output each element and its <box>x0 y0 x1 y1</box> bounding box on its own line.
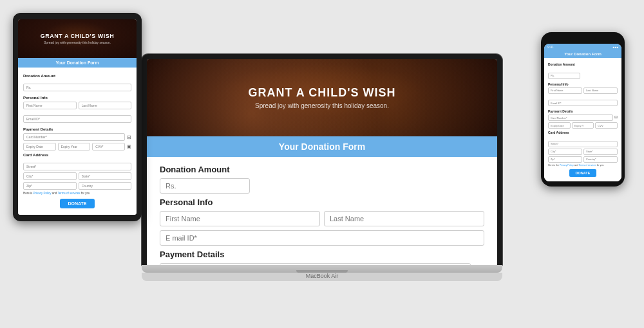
tablet-email[interactable] <box>23 115 131 123</box>
phone-time: 9:41 <box>547 45 554 49</box>
laptop-screen-outer: GRANT A CHILD'S WISH Spread joy with gen… <box>142 54 502 265</box>
tablet-last-name[interactable] <box>79 102 132 109</box>
phone-privacy-link[interactable]: Privacy Policy <box>560 164 574 167</box>
scene: GRANT A CHILD'S WISH Spread joy with gen… <box>0 0 644 328</box>
tablet-payment-label: Payment Details <box>23 127 131 131</box>
tablet-form-header: Your Donation Form <box>18 58 137 68</box>
tablet-first-name[interactable] <box>23 102 77 109</box>
laptop-hero-subtitle: Spread joy with generosity this holiday … <box>255 102 389 109</box>
phone-state[interactable] <box>583 149 618 155</box>
tablet-hero-subtitle: Spread joy with generosity this holiday … <box>44 41 111 44</box>
phone-form-header: Your Donation Form <box>544 50 621 58</box>
tablet-card-address-label: Card Address <box>23 153 131 157</box>
laptop-payment-label: Payment Details <box>160 250 484 259</box>
phone-cvv[interactable] <box>595 122 618 129</box>
tablet-state[interactable] <box>79 172 132 180</box>
laptop-hero-title: GRANT A CHILD'S WISH <box>249 86 396 100</box>
tablet-expiry-year[interactable] <box>58 143 91 150</box>
phone-city-row <box>548 149 618 155</box>
phone-first-name[interactable] <box>548 87 582 94</box>
phone-email[interactable] <box>548 100 618 106</box>
phone-address-label: Card Address <box>548 131 618 134</box>
tablet-country[interactable] <box>79 182 132 190</box>
phone-zip-row <box>548 156 618 163</box>
phone-donation-label: Donation Amount <box>548 62 618 66</box>
laptop-first-name[interactable] <box>160 211 320 226</box>
tablet-donation-input[interactable] <box>23 84 131 91</box>
laptop-form-header: Your Donation Form <box>147 136 497 157</box>
phone-expiry-row <box>548 122 618 129</box>
phone-signal: ●●● <box>612 45 618 49</box>
phone-last-name[interactable] <box>583 87 618 94</box>
tablet-expiry-date[interactable] <box>23 143 56 150</box>
tablet-privacy-link[interactable]: Privacy Policy <box>33 192 52 195</box>
tablet-form-body: Donation Amount Personal Info Payment De… <box>18 68 137 215</box>
laptop-donation-label: Donation Amount <box>160 165 484 174</box>
tablet-zip[interactable] <box>23 182 77 190</box>
tablet-privacy-text: Here is Privacy Policy and Terms of serv… <box>23 192 131 195</box>
tablet-hero-title: GRANT A CHILD'S WISH <box>41 33 114 39</box>
phone-terms-link[interactable]: Terms of services <box>578 164 596 167</box>
tablet-cvv-icon: ▣ <box>127 144 131 149</box>
phone-card-number[interactable] <box>548 114 613 121</box>
laptop-personal-label: Personal Info <box>160 197 484 207</box>
laptop-last-name[interactable] <box>324 211 484 226</box>
laptop-hero: GRANT A CHILD'S WISH Spread joy with gen… <box>147 59 497 136</box>
phone-donate-button[interactable]: DONATE <box>569 169 597 177</box>
phone-device: 9:41 ●●● Your Donation Form Donation Amo… <box>541 32 625 187</box>
laptop-device: GRANT A CHILD'S WISH Spread joy with gen… <box>142 54 502 281</box>
phone-privacy-text: Here is the Privacy Policy and Terms of … <box>548 164 618 167</box>
laptop-base <box>142 265 502 273</box>
tablet-hero: GRANT A CHILD'S WISH Spread joy with gen… <box>18 19 137 58</box>
phone-personal-label: Personal Info <box>548 82 618 86</box>
laptop-brand-label: MacBook Air <box>142 273 502 281</box>
tablet-device: GRANT A CHILD'S WISH Spread joy with gen… <box>13 13 142 221</box>
laptop-name-row <box>160 211 484 226</box>
tablet-name-row <box>23 102 131 109</box>
tablet-donate-button[interactable]: DONATE <box>60 199 94 208</box>
phone-payment-label: Payment Details <box>548 109 618 113</box>
tablet-card-number[interactable] <box>23 133 125 141</box>
tablet-donation-label: Donation Amount <box>23 74 131 78</box>
phone-expiry-date[interactable] <box>548 122 571 129</box>
tablet-card-icon: ⊟ <box>127 134 131 140</box>
tablet-street[interactable] <box>23 163 131 170</box>
tablet-card-row: ⊟ <box>23 133 131 141</box>
tablet-outer: GRANT A CHILD'S WISH Spread joy with gen… <box>13 13 142 221</box>
phone-screen: 9:41 ●●● Your Donation Form Donation Amo… <box>544 44 621 181</box>
phone-notch <box>570 37 596 41</box>
tablet-cvv[interactable] <box>92 143 125 150</box>
laptop-form-body: Donation Amount Personal Info Payment De… <box>147 157 497 265</box>
laptop-screen: GRANT A CHILD'S WISH Spread joy with gen… <box>147 59 497 265</box>
laptop-email[interactable] <box>160 230 484 246</box>
phone-outer: 9:41 ●●● Your Donation Form Donation Amo… <box>541 32 625 187</box>
tablet-screen: GRANT A CHILD'S WISH Spread joy with gen… <box>18 19 137 215</box>
phone-donation-input[interactable] <box>548 73 580 79</box>
tablet-expiry-row: ▣ <box>23 143 131 150</box>
laptop-donation-input[interactable] <box>160 178 250 194</box>
tablet-city[interactable] <box>23 172 77 180</box>
phone-name-row <box>548 87 618 94</box>
phone-country[interactable] <box>583 156 618 163</box>
phone-status-bar: 9:41 ●●● <box>544 44 621 50</box>
tablet-terms-link[interactable]: Terms of services <box>57 192 80 195</box>
phone-expiry-year[interactable] <box>572 122 594 129</box>
phone-card-icon: ⊟ <box>614 114 618 121</box>
phone-zip[interactable] <box>548 156 582 163</box>
tablet-personal-label: Personal Info <box>23 96 131 100</box>
tablet-city-row <box>23 172 131 180</box>
phone-form-body: Donation Amount Personal Info Payment De… <box>544 58 621 181</box>
tablet-zip-row <box>23 182 131 190</box>
phone-card-row: ⊟ <box>548 114 618 121</box>
phone-street[interactable] <box>548 141 618 147</box>
phone-city[interactable] <box>548 149 582 155</box>
